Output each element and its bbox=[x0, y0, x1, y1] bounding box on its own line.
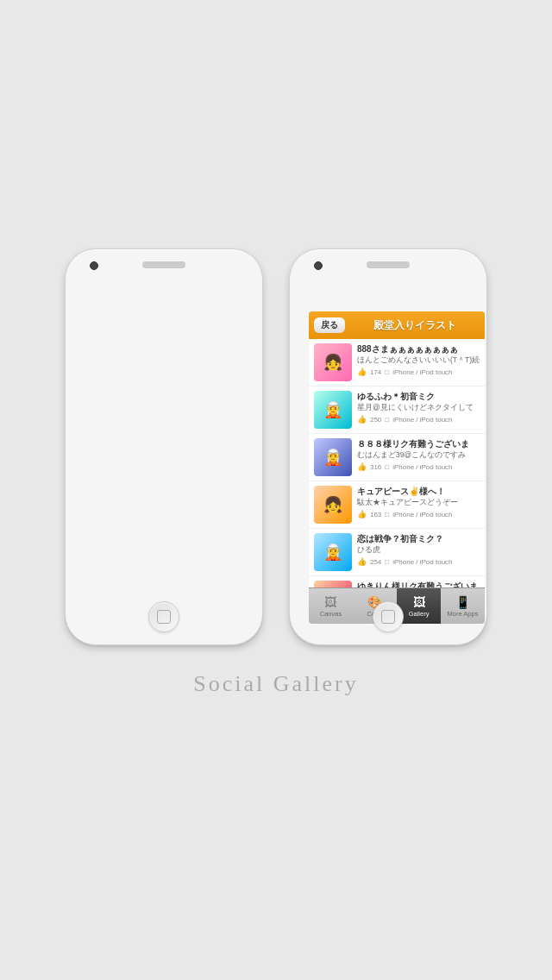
home-button-inner-right bbox=[381, 610, 395, 624]
thumb-figure: 🧝 bbox=[314, 533, 352, 571]
like-count: 174 bbox=[370, 368, 381, 376]
device-icon: □ bbox=[385, 463, 389, 471]
gallery-item-sub: 駄太★キュアピースどうぞー bbox=[357, 498, 480, 508]
gallery-items: 👧 888さまぁぁぁぁぁぁぁぁ ほんとごめんなさいいいい(T＾T)続 👍 174… bbox=[309, 339, 485, 587]
canvas-icon: 🖼 bbox=[324, 595, 336, 609]
gallery-label: Gallery bbox=[409, 610, 430, 618]
gallery-item-content: 恋は戦争？初音ミク？ ひる虎 👍 254 □ iPhone / iPod tou… bbox=[357, 533, 480, 566]
gallery-thumb: 🧝 bbox=[314, 438, 352, 476]
tab-canvas[interactable]: 🖼 Canvas bbox=[309, 588, 353, 624]
thumb-figure: 👧 bbox=[314, 343, 352, 381]
like-count: 163 bbox=[370, 511, 381, 518]
canvas-label: Canvas bbox=[320, 610, 342, 618]
gallery-item[interactable]: 🧝 ゆるふわ＊初音ミク 星月@見にくいけどネクタイして 👍 250 □ iPho… bbox=[309, 386, 485, 434]
gallery-item-sub: むはんまど39@こんなのですみ bbox=[357, 450, 480, 461]
thumb-figure: 🧝 bbox=[314, 391, 352, 429]
like-icon: 👍 bbox=[357, 557, 367, 566]
gallery-item-title: 888さまぁぁぁぁぁぁぁぁ bbox=[357, 343, 480, 355]
home-button-left[interactable] bbox=[148, 601, 179, 632]
gallery-thumb: 👧 bbox=[314, 486, 352, 524]
gallery-item-title: キュアピース✌様へ！ bbox=[357, 486, 480, 498]
gallery-item-title: 恋は戦争？初音ミク？ bbox=[357, 533, 480, 545]
home-button-right[interactable] bbox=[373, 601, 404, 632]
gallery-thumb: 👩 bbox=[314, 581, 352, 587]
gallery-item[interactable]: 🧝 恋は戦争？初音ミク？ ひる虎 👍 254 □ iPhone / iPod t… bbox=[309, 529, 485, 576]
more-apps-icon: 📱 bbox=[455, 595, 470, 609]
camera-right bbox=[314, 261, 323, 270]
gallery-item-meta: 👍 250 □ iPhone / iPod touch bbox=[357, 415, 480, 424]
like-icon: 👍 bbox=[357, 368, 367, 376]
like-icon: 👍 bbox=[357, 462, 367, 471]
gallery-item-meta: 👍 163 □ iPhone / iPod touch bbox=[357, 510, 480, 518]
gallery-item-meta: 👍 174 □ iPhone / iPod touch bbox=[357, 368, 480, 376]
device-icon: □ bbox=[385, 416, 389, 424]
device-icon: □ bbox=[385, 558, 389, 566]
tab-more-apps[interactable]: 📱 More Apps bbox=[441, 588, 485, 624]
like-count: 316 bbox=[370, 463, 381, 471]
gallery-title: 殿堂入りイラスト bbox=[350, 318, 480, 333]
more-apps-label: More Apps bbox=[448, 610, 479, 618]
gallery-item[interactable]: 👧 キュアピース✌様へ！ 駄太★キュアピースどうぞー 👍 163 □ iPhon… bbox=[309, 481, 485, 529]
like-count: 250 bbox=[370, 416, 381, 424]
gallery-thumb: 👧 bbox=[314, 343, 352, 381]
device-text: iPhone / iPod touch bbox=[392, 558, 452, 566]
device-text: iPhone / iPod touch bbox=[392, 368, 452, 376]
device-icon: □ bbox=[385, 511, 389, 518]
gallery-item-sub: 星月@見にくいけどネクタイして bbox=[357, 403, 480, 413]
back-button[interactable]: 戻る bbox=[314, 317, 345, 333]
gallery-item[interactable]: 👩 ゆきりん様リク有難うございま むはんまど39@律と澪です 👍 145 □ i… bbox=[309, 576, 485, 587]
home-button-inner bbox=[157, 610, 171, 624]
gallery-item-sub: ひる虎 bbox=[357, 545, 480, 556]
like-icon: 👍 bbox=[357, 510, 367, 518]
right-screen: 戻る 殿堂入りイラスト 👧 888さまぁぁぁぁぁぁぁぁ ほんとごめんなさいいいい… bbox=[309, 311, 485, 624]
device-icon: □ bbox=[385, 368, 389, 376]
gallery-item-content: キュアピース✌様へ！ 駄太★キュアピースどうぞー 👍 163 □ iPhone … bbox=[357, 486, 480, 518]
like-icon: 👍 bbox=[357, 415, 367, 424]
gallery-item-meta: 👍 254 □ iPhone / iPod touch bbox=[357, 557, 480, 566]
gallery-header: 戻る 殿堂入りイラスト bbox=[309, 311, 485, 339]
social-gallery-label: Social Gallery bbox=[193, 671, 358, 697]
gallery-icon: 🖼 bbox=[413, 595, 425, 609]
gallery-item-meta: 👍 316 □ iPhone / iPod touch bbox=[357, 462, 480, 471]
gallery-item-content: ゆるふわ＊初音ミク 星月@見にくいけどネクタイして 👍 250 □ iPhone… bbox=[357, 391, 480, 424]
thumb-figure: 👩 bbox=[314, 581, 352, 587]
device-text: iPhone / iPod touch bbox=[392, 463, 452, 471]
left-phone: ⬛ ✉ 🐦 👍 bbox=[65, 248, 263, 645]
gallery-item[interactable]: 🧝 ８８８様リク有難うございま むはんまど39@こんなのですみ 👍 316 □ … bbox=[309, 434, 485, 481]
gallery-item-content: ゆきりん様リク有難うございま むはんまど39@律と澪です 👍 145 □ iPh… bbox=[357, 581, 480, 587]
gallery-item-title: ゆるふわ＊初音ミク bbox=[357, 391, 480, 403]
gallery-item-content: ８８８様リク有難うございま むはんまど39@こんなのですみ 👍 316 □ iP… bbox=[357, 438, 480, 471]
device-text: iPhone / iPod touch bbox=[392, 511, 452, 518]
right-phone: 戻る 殿堂入りイラスト 👧 888さまぁぁぁぁぁぁぁぁ ほんとごめんなさいいいい… bbox=[289, 248, 487, 645]
device-text: iPhone / iPod touch bbox=[392, 416, 452, 424]
gallery-item-content: 888さまぁぁぁぁぁぁぁぁ ほんとごめんなさいいいい(T＾T)続 👍 174 □… bbox=[357, 343, 480, 376]
camera-left bbox=[90, 261, 98, 270]
gallery-item-title: ゆきりん様リク有難うございま bbox=[357, 581, 480, 587]
phones-container: ⬛ ✉ 🐦 👍 bbox=[65, 248, 487, 645]
thumb-figure: 🧝 bbox=[314, 438, 352, 476]
gallery-thumb: 🧝 bbox=[314, 391, 352, 429]
gallery-item-sub: ほんとごめんなさいいいい(T＾T)続 bbox=[357, 355, 480, 366]
thumb-figure: 👧 bbox=[314, 486, 352, 524]
gallery-list: 👧 888さまぁぁぁぁぁぁぁぁ ほんとごめんなさいいいい(T＾T)続 👍 174… bbox=[309, 339, 485, 587]
like-count: 254 bbox=[370, 558, 381, 566]
gallery-thumb: 🧝 bbox=[314, 533, 352, 571]
gallery-item-title: ８８８様リク有難うございま bbox=[357, 438, 480, 450]
gallery-item[interactable]: 👧 888さまぁぁぁぁぁぁぁぁ ほんとごめんなさいいいい(T＾T)続 👍 174… bbox=[309, 339, 485, 386]
